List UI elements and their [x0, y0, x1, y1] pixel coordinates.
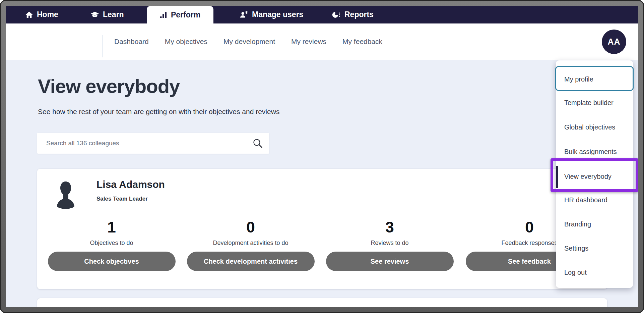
avatar[interactable]: AA: [602, 30, 626, 54]
check-development-activities-button[interactable]: Check development activities: [187, 252, 315, 271]
graduation-cap-icon: [90, 11, 99, 19]
subnav-item-my-objectives[interactable]: My objectives: [165, 38, 207, 46]
stat-development: 0 Development activities to do Check dev…: [180, 219, 322, 271]
window-frame: Home Learn Perform Manage users Reports: [0, 0, 644, 313]
stat-reviews: 3 Reviews to do See reviews: [319, 219, 461, 271]
search-icon[interactable]: [252, 138, 263, 149]
menu-item-my-profile[interactable]: My profile: [556, 67, 633, 91]
bar-chart-icon: [160, 11, 167, 18]
tab-label: Perform: [171, 10, 200, 19]
menu-item-log-out[interactable]: Log out: [556, 260, 633, 284]
subnav-item-dashboard[interactable]: Dashboard: [114, 38, 149, 46]
tab-home[interactable]: Home: [25, 6, 58, 23]
subnav-item-my-reviews[interactable]: My reviews: [291, 38, 326, 46]
page-subtitle: See how the rest of your team are gettin…: [38, 108, 279, 116]
see-reviews-button[interactable]: See reviews: [326, 252, 454, 271]
subnav-item-my-feedback[interactable]: My feedback: [342, 38, 382, 46]
tab-manage-users[interactable]: Manage users: [240, 6, 303, 23]
home-icon: [25, 11, 33, 19]
stat-label: Objectives to do: [41, 240, 183, 247]
menu-item-view-everybody[interactable]: View everybody: [556, 164, 633, 189]
page-title: View everybody: [38, 75, 180, 97]
tab-label: Home: [37, 10, 58, 19]
menu-item-bulk-assignments[interactable]: Bulk assignments: [556, 140, 633, 164]
sub-nav: Dashboard My objectives My development M…: [114, 23, 382, 60]
stat-label: Reviews to do: [319, 240, 461, 247]
profile-dropdown-menu: My profile Template builder Global objec…: [556, 60, 633, 288]
menu-item-settings[interactable]: Settings: [556, 236, 633, 260]
tab-learn[interactable]: Learn: [90, 6, 124, 23]
menu-item-hr-dashboard[interactable]: HR dashboard: [556, 188, 633, 212]
employee-name: Lisa Adamson: [96, 179, 165, 190]
search-input[interactable]: [37, 133, 269, 154]
subnav-item-my-development[interactable]: My development: [223, 38, 275, 46]
employee-card: Lisa Adamson Sales Team Leader 1 Objecti…: [37, 169, 607, 289]
stat-value: 3: [319, 219, 461, 235]
tab-label: Reports: [344, 10, 374, 19]
employee-role: Sales Team Leader: [96, 196, 148, 202]
tab-perform[interactable]: Perform: [147, 6, 213, 23]
tab-label: Learn: [103, 10, 124, 19]
pie-chart-icon: [332, 11, 341, 19]
stat-objectives: 1 Objectives to do Check objectives: [41, 219, 183, 271]
top-nav: Home Learn Perform Manage users Reports: [6, 6, 638, 23]
next-employee-card: [37, 298, 607, 307]
stat-value: 1: [41, 219, 183, 235]
check-objectives-button[interactable]: Check objectives: [48, 252, 176, 271]
menu-item-branding[interactable]: Branding: [556, 212, 633, 236]
tab-label: Manage users: [252, 10, 303, 19]
person-silhouette-icon: [56, 180, 75, 213]
app-window: Home Learn Perform Manage users Reports: [6, 6, 638, 307]
subnav-divider: [103, 35, 103, 57]
menu-item-global-objectives[interactable]: Global objectives: [556, 115, 633, 139]
search-box: [37, 133, 269, 154]
header: Dashboard My objectives My development M…: [6, 23, 638, 60]
stat-value: 0: [180, 219, 322, 235]
manage-users-icon: [240, 11, 248, 19]
tab-reports[interactable]: Reports: [332, 6, 374, 23]
menu-item-template-builder[interactable]: Template builder: [556, 91, 633, 115]
avatar-initials: AA: [607, 37, 620, 47]
stat-label: Development activities to do: [180, 240, 322, 247]
active-item-indicator: [556, 166, 558, 188]
